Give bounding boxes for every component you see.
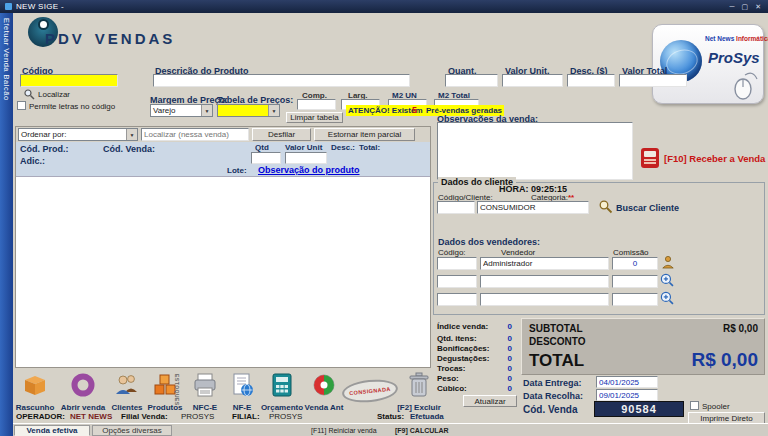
consignada-stamp[interactable]: CONSIGNADA xyxy=(341,377,399,405)
vendedor2-codigo-input[interactable] xyxy=(437,275,477,288)
col-desc: Desc.: xyxy=(331,143,355,152)
lote-label: Lote: xyxy=(227,166,247,175)
clientes-button[interactable]: Clientes xyxy=(106,372,148,412)
codigo-cliente-input[interactable] xyxy=(437,201,475,214)
localizar-venda-input[interactable] xyxy=(141,128,249,141)
printer-icon xyxy=(192,372,218,398)
vendedor3-codigo-input[interactable] xyxy=(437,293,477,306)
f11-reiniciar-button[interactable]: [F11] Reiniciar venda xyxy=(311,427,377,434)
stat-label: Bonificações: xyxy=(437,344,489,353)
vendedor3-comissao-input[interactable] xyxy=(612,293,658,306)
chevron-down-icon[interactable]: ▼ xyxy=(268,105,279,116)
search-icon[interactable] xyxy=(24,89,35,100)
obs-produto-link[interactable]: Observação do produto xyxy=(258,165,360,175)
tabela-precos-select[interactable]: ▼ xyxy=(217,104,280,117)
col-total: Total: xyxy=(359,143,380,152)
data-entrega-label: Data Entrega: xyxy=(523,378,582,388)
document-globe-icon xyxy=(229,372,255,398)
desfilar-button[interactable]: Desfilar xyxy=(252,128,311,141)
item-qtd-input[interactable] xyxy=(251,152,281,164)
excluir-button[interactable]: [F2] Excluir xyxy=(396,372,442,412)
col-vendedor: Vendedor xyxy=(501,248,535,257)
data-recolha-input[interactable] xyxy=(596,389,658,401)
trash-icon xyxy=(407,372,431,398)
tab-opcoes-diversas[interactable]: Opções diversas xyxy=(92,425,172,436)
codigo-input[interactable] xyxy=(20,74,118,87)
col-comissao: Comissão xyxy=(613,248,649,257)
previous-sale-icon xyxy=(311,372,337,398)
limpar-tabela-button[interactable]: Limpar tabela xyxy=(286,112,343,123)
prosys-logo: Net News Informática ProSys xyxy=(652,24,764,104)
person-icon[interactable] xyxy=(661,255,675,269)
page-title-pdv: PDV xyxy=(45,30,85,47)
dados-vendedores-title: Dados dos vendedores: xyxy=(438,237,540,247)
close-icon[interactable]: ✕ xyxy=(755,3,761,11)
operador-value: NET NEWS xyxy=(70,412,112,421)
bottombar: Venda efetiva Opções diversas [F11] Rein… xyxy=(13,423,768,436)
status-label: Status: xyxy=(377,412,404,421)
status-row: OPERADOR: NET NEWS Filial Venda: PROSYS … xyxy=(13,410,768,423)
atualizar-button[interactable]: Atualizar xyxy=(463,395,517,407)
col-cod-prod: Cód. Prod.: xyxy=(20,144,69,154)
receber-venda-button[interactable]: [F10] Receber a Venda xyxy=(664,153,765,164)
valor-total-input[interactable] xyxy=(619,74,687,87)
side-strip-efetuar-venda[interactable]: Efetuar Venda Balcão xyxy=(0,13,13,436)
cliente-nome-input[interactable] xyxy=(477,201,589,214)
filial-label: FILIAL: xyxy=(232,412,260,421)
vendedor1-codigo-input[interactable] xyxy=(437,257,477,270)
stat-value: 0 xyxy=(494,334,512,343)
vendedor2-nome-input[interactable] xyxy=(480,275,609,288)
search-icon[interactable] xyxy=(599,200,613,214)
vendedor3-nome-input[interactable] xyxy=(480,293,609,306)
descricao-input[interactable] xyxy=(153,74,410,87)
abrir-venda-button[interactable]: Abrir venda xyxy=(58,372,108,412)
permite-letras-checkbox[interactable] xyxy=(17,101,26,110)
data-recolha-label: Data Recolha: xyxy=(523,391,583,401)
filial-value: PROSYS xyxy=(269,412,302,421)
zoom-in-icon[interactable] xyxy=(660,273,674,287)
nfce-button[interactable]: NFC-E xyxy=(186,372,224,412)
status-value: Efetuada xyxy=(410,412,444,421)
window-title: NEW SIGE - xyxy=(16,2,64,11)
data-entrega-input[interactable] xyxy=(596,376,658,388)
ordenar-por-select[interactable]: Ordenar por: ▼ xyxy=(18,128,138,141)
vendedor2-comissao-input[interactable] xyxy=(612,275,658,288)
calculator-icon xyxy=(269,372,295,398)
f9-calcular-button[interactable]: [F9] CALCULAR xyxy=(395,427,449,434)
stat-value: 0 xyxy=(494,354,512,363)
quant-input[interactable] xyxy=(445,74,498,87)
comp-input[interactable] xyxy=(297,99,336,110)
vendedor1-nome-input[interactable] xyxy=(480,257,609,270)
zoom-in-icon[interactable] xyxy=(660,291,674,305)
estornar-item-parcial-button[interactable]: Estornar item parcial xyxy=(314,128,415,141)
chevron-down-icon[interactable]: ▼ xyxy=(126,129,137,140)
subtotal-value: R$ 0,00 xyxy=(723,323,758,334)
item-valor-unit-input[interactable] xyxy=(285,152,327,164)
filial-venda-value: PROSYS xyxy=(181,412,214,421)
minimize-icon[interactable]: ─ xyxy=(730,3,735,11)
items-list[interactable] xyxy=(16,176,430,367)
pos-terminal-icon[interactable] xyxy=(638,146,662,170)
spooler-checkbox[interactable] xyxy=(690,401,699,410)
desc-input[interactable] xyxy=(567,74,615,87)
chevron-down-icon[interactable]: ▼ xyxy=(201,105,212,116)
app-icon xyxy=(5,3,12,10)
titlebar: NEW SIGE - ─ ▢ ✕ xyxy=(0,0,768,13)
subtotal-label: SUBTOTAL xyxy=(529,323,583,334)
maximize-icon[interactable]: ▢ xyxy=(742,3,749,11)
rascunho-button[interactable]: Rascunho xyxy=(12,372,58,412)
valor-unit-input[interactable] xyxy=(502,74,563,87)
obs-venda-textarea[interactable] xyxy=(437,122,633,180)
vendedor1-comissao-input[interactable] xyxy=(612,257,658,270)
tab-venda-efetiva[interactable]: Venda efetiva xyxy=(14,425,90,436)
total-label: TOTAL xyxy=(529,351,584,371)
desconto-label: DESCONTO xyxy=(529,336,586,347)
draft-box-icon xyxy=(22,372,48,398)
localizar-label[interactable]: Localizar xyxy=(38,90,70,99)
buscar-cliente-button[interactable]: Buscar Cliente xyxy=(616,203,679,213)
margem-preco-select[interactable]: Varejo ▼ xyxy=(150,104,213,117)
orcamento-button[interactable]: Orçamento xyxy=(258,372,306,412)
stat-value: 0 xyxy=(494,364,512,373)
nfe-button[interactable]: NF-E xyxy=(224,372,260,412)
venda-ant-button[interactable]: Venda Ant xyxy=(302,372,346,412)
